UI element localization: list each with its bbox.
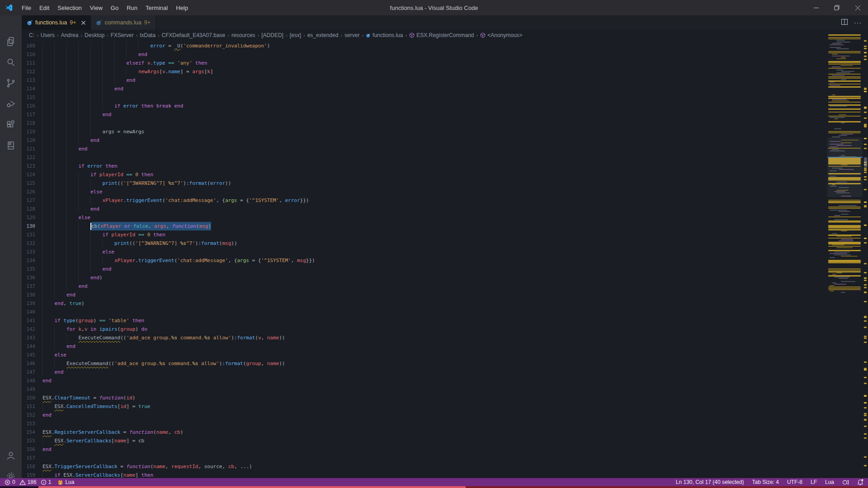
code-line[interactable]: 138end bbox=[22, 291, 868, 299]
problems-summary[interactable]: 0 186 1 bbox=[5, 479, 51, 485]
code-line[interactable]: 123if error then bbox=[22, 162, 868, 170]
code-line[interactable]: 159if ESX.ServerCallbacks[name] then bbox=[22, 471, 868, 478]
code-line[interactable]: 144end bbox=[22, 342, 868, 351]
line-number[interactable]: 159 bbox=[22, 471, 42, 478]
extensions-icon[interactable] bbox=[0, 115, 22, 135]
split-editor-icon[interactable] bbox=[841, 19, 848, 27]
line-number[interactable]: 128 bbox=[22, 205, 42, 213]
line-number[interactable]: 125 bbox=[22, 179, 42, 188]
line-number[interactable]: 131 bbox=[22, 230, 42, 239]
line-number[interactable]: 146 bbox=[22, 359, 42, 368]
menu-item-run[interactable]: Run bbox=[123, 0, 142, 15]
line-number[interactable]: 112 bbox=[22, 67, 42, 76]
line-number[interactable]: 144 bbox=[22, 342, 42, 351]
code-line[interactable]: 145else bbox=[22, 351, 868, 359]
code-line[interactable]: 125print(('[^3WARNING^7] %s^7'):format(e… bbox=[22, 179, 868, 188]
eol-indicator[interactable]: LF bbox=[811, 479, 817, 485]
line-number[interactable]: 121 bbox=[22, 145, 42, 153]
breadcrumb-item[interactable]: C: bbox=[29, 32, 34, 38]
line-number[interactable]: 119 bbox=[22, 127, 42, 136]
line-number[interactable]: 111 bbox=[22, 59, 42, 67]
breadcrumb-item[interactable]: functions.lua bbox=[366, 32, 403, 38]
code-line[interactable]: 110end bbox=[22, 50, 868, 59]
line-number[interactable]: 123 bbox=[22, 162, 42, 170]
code-line[interactable]: 131if playerId == 0 then bbox=[22, 230, 868, 239]
cursor-position[interactable]: Ln 130, Col 17 (40 selected) bbox=[676, 479, 744, 485]
breadcrumb-item[interactable]: txData bbox=[140, 32, 156, 38]
notebook-icon[interactable] bbox=[0, 136, 22, 155]
breadcrumb-item[interactable]: Andrea bbox=[61, 32, 79, 38]
feedback-icon[interactable] bbox=[842, 479, 849, 485]
code-line[interactable]: 115 bbox=[22, 93, 868, 102]
code-line[interactable]: 109error = _U('commanderror_invalidweapo… bbox=[22, 42, 868, 50]
code-line[interactable]: 134xPlayer.triggerEvent('chat:addMessage… bbox=[22, 256, 868, 265]
code-editor[interactable]: 109error = _U('commanderror_invalidweapo… bbox=[22, 41, 868, 478]
tab-close-icon[interactable] bbox=[81, 21, 85, 25]
breadcrumb-item[interactable]: [esx] bbox=[290, 32, 301, 38]
breadcrumb-item[interactable]: Desktop bbox=[85, 32, 104, 38]
scrollbar-thumb[interactable] bbox=[864, 157, 867, 167]
code-line[interactable]: 128end bbox=[22, 205, 868, 213]
line-number[interactable]: 140 bbox=[22, 308, 42, 316]
line-number[interactable]: 145 bbox=[22, 351, 42, 359]
code-line[interactable]: 130cb(xPlayer·or·false,·args,·function(m… bbox=[22, 222, 868, 230]
breadcrumb-item[interactable]: Users bbox=[41, 32, 55, 38]
line-number[interactable]: 133 bbox=[22, 248, 42, 256]
breadcrumb-item[interactable]: resources bbox=[231, 32, 255, 38]
line-number[interactable]: 136 bbox=[22, 273, 42, 282]
code-line[interactable]: 119args = newArgs bbox=[22, 127, 868, 136]
line-number[interactable]: 139 bbox=[22, 299, 42, 308]
tab-functions-lua[interactable]: functions.lua 9+ bbox=[22, 15, 91, 30]
code-line[interactable]: 139end, true) bbox=[22, 299, 868, 308]
line-number[interactable]: 120 bbox=[22, 136, 42, 145]
line-number[interactable]: 113 bbox=[22, 76, 42, 84]
line-number[interactable]: 137 bbox=[22, 282, 42, 291]
more-actions-icon[interactable]: ··· bbox=[854, 19, 862, 26]
overview-ruler[interactable] bbox=[863, 30, 868, 478]
code-line[interactable]: 135end bbox=[22, 265, 868, 273]
code-line[interactable]: 113end bbox=[22, 76, 868, 84]
code-line[interactable]: 124if playerId == 0 then bbox=[22, 170, 868, 179]
line-number[interactable]: 138 bbox=[22, 291, 42, 299]
line-number[interactable]: 134 bbox=[22, 256, 42, 265]
line-number[interactable]: 143 bbox=[22, 333, 42, 342]
code-line[interactable]: 132print(('[^3WARNING^7] %s^7'):format(m… bbox=[22, 239, 868, 248]
source-control-icon[interactable] bbox=[0, 73, 22, 93]
notifications-bell-icon[interactable] bbox=[857, 479, 863, 485]
restore-button[interactable] bbox=[826, 0, 847, 15]
line-number[interactable]: 129 bbox=[22, 213, 42, 222]
code-line[interactable]: 153 bbox=[22, 419, 868, 428]
search-icon[interactable] bbox=[0, 52, 22, 72]
line-number[interactable]: 115 bbox=[22, 93, 42, 102]
minimap-slider[interactable] bbox=[827, 137, 863, 197]
lua-language-status[interactable]: Lua bbox=[57, 479, 74, 485]
code-line[interactable]: 149 bbox=[22, 385, 868, 394]
breadcrumb-item[interactable]: <Anonymous> bbox=[480, 32, 522, 38]
code-line[interactable]: 142for k,v in ipairs(group) do bbox=[22, 325, 868, 333]
code-line[interactable]: 155ESX.ServerCallbacks[name] = cb bbox=[22, 436, 868, 445]
line-number[interactable]: 154 bbox=[22, 428, 42, 436]
line-number[interactable]: 109 bbox=[22, 42, 42, 50]
line-number[interactable]: 124 bbox=[22, 170, 42, 179]
code-line[interactable]: 117end bbox=[22, 110, 868, 119]
line-number[interactable]: 157 bbox=[22, 454, 42, 462]
line-number[interactable]: 116 bbox=[22, 102, 42, 110]
line-number[interactable]: 141 bbox=[22, 316, 42, 325]
code-line[interactable]: 152end bbox=[22, 411, 868, 419]
code-line[interactable]: 129else bbox=[22, 213, 868, 222]
menu-item-view[interactable]: View bbox=[86, 0, 107, 15]
explorer-icon[interactable] bbox=[0, 32, 22, 52]
menu-item-go[interactable]: Go bbox=[107, 0, 123, 15]
tab-size-indicator[interactable]: Tab Size: 4 bbox=[752, 479, 779, 485]
code-line[interactable]: 156end bbox=[22, 445, 868, 454]
line-number[interactable]: 122 bbox=[22, 153, 42, 162]
code-line[interactable]: 116if error then break end bbox=[22, 102, 868, 110]
line-number[interactable]: 114 bbox=[22, 84, 42, 93]
account-icon[interactable] bbox=[0, 446, 22, 465]
line-number[interactable]: 142 bbox=[22, 325, 42, 333]
menu-item-terminal[interactable]: Terminal bbox=[142, 0, 172, 15]
line-number[interactable]: 158 bbox=[22, 462, 42, 471]
line-number[interactable]: 151 bbox=[22, 402, 42, 411]
breadcrumb-item[interactable]: FXServer bbox=[111, 32, 134, 38]
code-line[interactable]: 136end) bbox=[22, 273, 868, 282]
